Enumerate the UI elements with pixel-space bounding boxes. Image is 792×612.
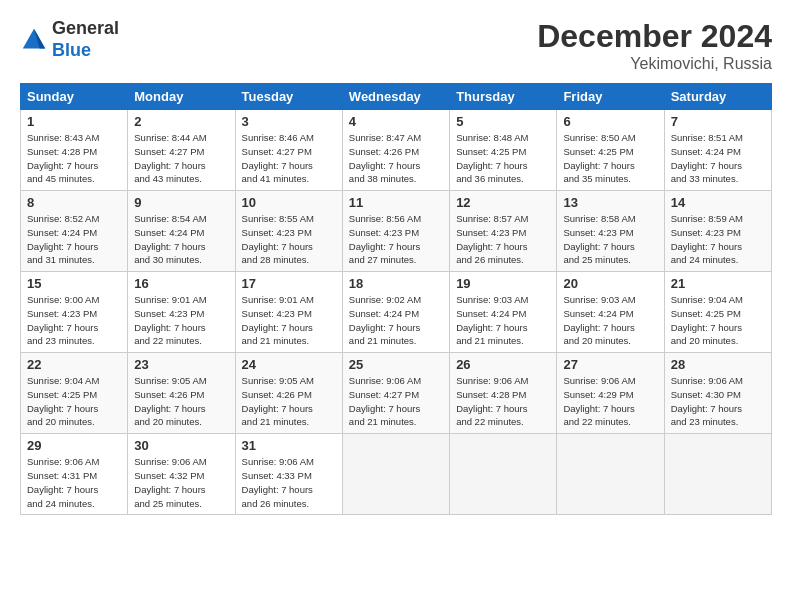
day-info: Sunrise: 8:55 AMSunset: 4:23 PMDaylight:… xyxy=(242,212,336,267)
header-row: Sunday Monday Tuesday Wednesday Thursday… xyxy=(21,84,772,110)
calendar-cell: 3Sunrise: 8:46 AMSunset: 4:27 PMDaylight… xyxy=(235,110,342,191)
day-number: 1 xyxy=(27,114,121,129)
day-number: 22 xyxy=(27,357,121,372)
day-info: Sunrise: 9:04 AMSunset: 4:25 PMDaylight:… xyxy=(671,293,765,348)
calendar-cell: 7Sunrise: 8:51 AMSunset: 4:24 PMDaylight… xyxy=(664,110,771,191)
col-wednesday: Wednesday xyxy=(342,84,449,110)
day-number: 3 xyxy=(242,114,336,129)
calendar-week-5: 29Sunrise: 9:06 AMSunset: 4:31 PMDayligh… xyxy=(21,434,772,515)
col-monday: Monday xyxy=(128,84,235,110)
day-info: Sunrise: 9:05 AMSunset: 4:26 PMDaylight:… xyxy=(242,374,336,429)
day-info: Sunrise: 8:51 AMSunset: 4:24 PMDaylight:… xyxy=(671,131,765,186)
calendar-cell: 15Sunrise: 9:00 AMSunset: 4:23 PMDayligh… xyxy=(21,272,128,353)
calendar-cell: 12Sunrise: 8:57 AMSunset: 4:23 PMDayligh… xyxy=(450,191,557,272)
day-number: 7 xyxy=(671,114,765,129)
day-info: Sunrise: 9:01 AMSunset: 4:23 PMDaylight:… xyxy=(134,293,228,348)
col-tuesday: Tuesday xyxy=(235,84,342,110)
day-info: Sunrise: 8:59 AMSunset: 4:23 PMDaylight:… xyxy=(671,212,765,267)
calendar-cell: 17Sunrise: 9:01 AMSunset: 4:23 PMDayligh… xyxy=(235,272,342,353)
day-number: 18 xyxy=(349,276,443,291)
day-number: 5 xyxy=(456,114,550,129)
day-info: Sunrise: 9:06 AMSunset: 4:27 PMDaylight:… xyxy=(349,374,443,429)
calendar-week-2: 8Sunrise: 8:52 AMSunset: 4:24 PMDaylight… xyxy=(21,191,772,272)
day-number: 21 xyxy=(671,276,765,291)
day-info: Sunrise: 9:06 AMSunset: 4:31 PMDaylight:… xyxy=(27,455,121,510)
day-number: 29 xyxy=(27,438,121,453)
day-info: Sunrise: 9:03 AMSunset: 4:24 PMDaylight:… xyxy=(563,293,657,348)
day-info: Sunrise: 8:52 AMSunset: 4:24 PMDaylight:… xyxy=(27,212,121,267)
day-info: Sunrise: 9:02 AMSunset: 4:24 PMDaylight:… xyxy=(349,293,443,348)
day-info: Sunrise: 9:06 AMSunset: 4:32 PMDaylight:… xyxy=(134,455,228,510)
day-number: 24 xyxy=(242,357,336,372)
day-info: Sunrise: 8:57 AMSunset: 4:23 PMDaylight:… xyxy=(456,212,550,267)
day-number: 31 xyxy=(242,438,336,453)
day-info: Sunrise: 9:06 AMSunset: 4:30 PMDaylight:… xyxy=(671,374,765,429)
day-info: Sunrise: 8:54 AMSunset: 4:24 PMDaylight:… xyxy=(134,212,228,267)
logo: General Blue xyxy=(20,18,119,61)
calendar-cell: 11Sunrise: 8:56 AMSunset: 4:23 PMDayligh… xyxy=(342,191,449,272)
calendar-cell: 13Sunrise: 8:58 AMSunset: 4:23 PMDayligh… xyxy=(557,191,664,272)
day-number: 15 xyxy=(27,276,121,291)
calendar-cell: 6Sunrise: 8:50 AMSunset: 4:25 PMDaylight… xyxy=(557,110,664,191)
logo-general: General xyxy=(52,18,119,38)
page: General Blue December 2024 Yekimovichi, … xyxy=(0,0,792,612)
day-number: 2 xyxy=(134,114,228,129)
day-number: 12 xyxy=(456,195,550,210)
calendar-cell xyxy=(557,434,664,515)
day-number: 11 xyxy=(349,195,443,210)
day-info: Sunrise: 8:43 AMSunset: 4:28 PMDaylight:… xyxy=(27,131,121,186)
location: Yekimovichi, Russia xyxy=(537,55,772,73)
calendar-cell: 19Sunrise: 9:03 AMSunset: 4:24 PMDayligh… xyxy=(450,272,557,353)
calendar-cell: 9Sunrise: 8:54 AMSunset: 4:24 PMDaylight… xyxy=(128,191,235,272)
day-info: Sunrise: 9:06 AMSunset: 4:29 PMDaylight:… xyxy=(563,374,657,429)
day-info: Sunrise: 9:06 AMSunset: 4:33 PMDaylight:… xyxy=(242,455,336,510)
day-number: 13 xyxy=(563,195,657,210)
day-number: 20 xyxy=(563,276,657,291)
calendar-cell: 10Sunrise: 8:55 AMSunset: 4:23 PMDayligh… xyxy=(235,191,342,272)
calendar-cell: 8Sunrise: 8:52 AMSunset: 4:24 PMDaylight… xyxy=(21,191,128,272)
day-info: Sunrise: 8:56 AMSunset: 4:23 PMDaylight:… xyxy=(349,212,443,267)
calendar-cell: 22Sunrise: 9:04 AMSunset: 4:25 PMDayligh… xyxy=(21,353,128,434)
calendar-cell: 24Sunrise: 9:05 AMSunset: 4:26 PMDayligh… xyxy=(235,353,342,434)
day-number: 27 xyxy=(563,357,657,372)
calendar-cell: 18Sunrise: 9:02 AMSunset: 4:24 PMDayligh… xyxy=(342,272,449,353)
day-info: Sunrise: 8:58 AMSunset: 4:23 PMDaylight:… xyxy=(563,212,657,267)
month-title: December 2024 xyxy=(537,18,772,55)
calendar-cell: 16Sunrise: 9:01 AMSunset: 4:23 PMDayligh… xyxy=(128,272,235,353)
calendar-cell: 27Sunrise: 9:06 AMSunset: 4:29 PMDayligh… xyxy=(557,353,664,434)
day-number: 14 xyxy=(671,195,765,210)
calendar-cell: 25Sunrise: 9:06 AMSunset: 4:27 PMDayligh… xyxy=(342,353,449,434)
calendar-week-4: 22Sunrise: 9:04 AMSunset: 4:25 PMDayligh… xyxy=(21,353,772,434)
day-info: Sunrise: 9:01 AMSunset: 4:23 PMDaylight:… xyxy=(242,293,336,348)
calendar-cell: 23Sunrise: 9:05 AMSunset: 4:26 PMDayligh… xyxy=(128,353,235,434)
calendar-cell xyxy=(450,434,557,515)
calendar-cell xyxy=(342,434,449,515)
calendar-cell: 20Sunrise: 9:03 AMSunset: 4:24 PMDayligh… xyxy=(557,272,664,353)
calendar-cell: 1Sunrise: 8:43 AMSunset: 4:28 PMDaylight… xyxy=(21,110,128,191)
calendar-cell: 14Sunrise: 8:59 AMSunset: 4:23 PMDayligh… xyxy=(664,191,771,272)
header: General Blue December 2024 Yekimovichi, … xyxy=(20,18,772,73)
logo-blue: Blue xyxy=(52,40,91,60)
logo-icon xyxy=(20,26,48,54)
calendar-table: Sunday Monday Tuesday Wednesday Thursday… xyxy=(20,83,772,515)
col-thursday: Thursday xyxy=(450,84,557,110)
day-info: Sunrise: 9:03 AMSunset: 4:24 PMDaylight:… xyxy=(456,293,550,348)
calendar-cell: 28Sunrise: 9:06 AMSunset: 4:30 PMDayligh… xyxy=(664,353,771,434)
day-number: 16 xyxy=(134,276,228,291)
day-number: 17 xyxy=(242,276,336,291)
day-number: 6 xyxy=(563,114,657,129)
calendar-cell: 31Sunrise: 9:06 AMSunset: 4:33 PMDayligh… xyxy=(235,434,342,515)
day-number: 10 xyxy=(242,195,336,210)
calendar-cell xyxy=(664,434,771,515)
calendar-cell: 30Sunrise: 9:06 AMSunset: 4:32 PMDayligh… xyxy=(128,434,235,515)
calendar-cell: 29Sunrise: 9:06 AMSunset: 4:31 PMDayligh… xyxy=(21,434,128,515)
day-info: Sunrise: 9:04 AMSunset: 4:25 PMDaylight:… xyxy=(27,374,121,429)
day-number: 4 xyxy=(349,114,443,129)
calendar-cell: 2Sunrise: 8:44 AMSunset: 4:27 PMDaylight… xyxy=(128,110,235,191)
day-number: 28 xyxy=(671,357,765,372)
day-number: 19 xyxy=(456,276,550,291)
day-number: 9 xyxy=(134,195,228,210)
day-number: 8 xyxy=(27,195,121,210)
day-info: Sunrise: 8:46 AMSunset: 4:27 PMDaylight:… xyxy=(242,131,336,186)
day-info: Sunrise: 9:00 AMSunset: 4:23 PMDaylight:… xyxy=(27,293,121,348)
